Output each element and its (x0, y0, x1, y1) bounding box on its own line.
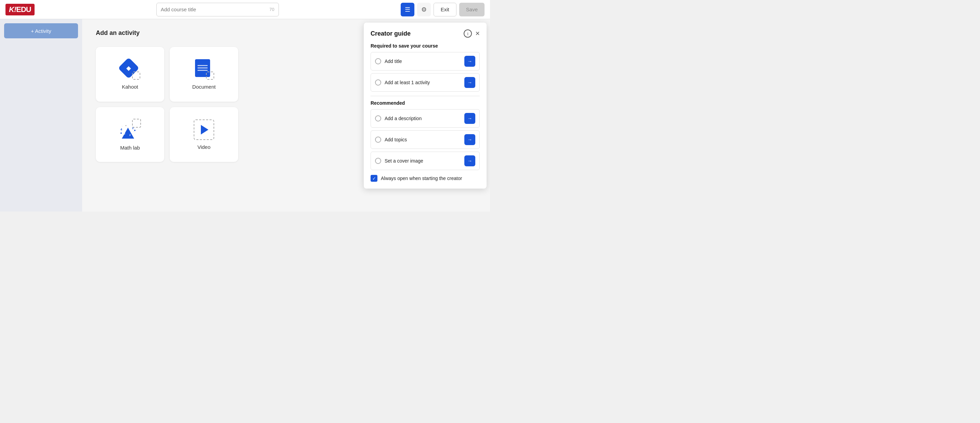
sidebar: + Activity (0, 19, 82, 212)
always-open-label: Always open when starting the creator (381, 176, 462, 181)
guide-item-cover-image[interactable]: Set a cover image → (371, 152, 480, 170)
list-view-button[interactable]: ☰ (401, 3, 414, 16)
recommended-section-title: Recommended (371, 100, 480, 106)
course-title-field[interactable]: 70 (156, 3, 279, 16)
guide-item-add-topics[interactable]: Add topics → (371, 130, 480, 149)
add-description-arrow[interactable]: → (465, 113, 475, 124)
always-open-checkbox[interactable]: ✓ (371, 175, 377, 182)
document-dashed-corner (206, 72, 214, 80)
guide-header: Creator guide i × (371, 29, 480, 38)
svg-point-8 (134, 130, 135, 131)
cover-image-radio[interactable] (375, 158, 381, 164)
add-title-arrow[interactable]: → (465, 56, 475, 67)
exit-button[interactable]: Exit (434, 3, 457, 16)
course-title-input[interactable] (161, 6, 270, 12)
logo-k: K! (9, 5, 16, 14)
video-icon (194, 119, 214, 140)
doc-line-2 (197, 67, 208, 68)
gear-icon: ⚙ (421, 6, 427, 13)
play-triangle (201, 125, 208, 135)
svg-text:·: · (122, 125, 123, 127)
guide-item-add-description[interactable]: Add a description → (371, 109, 480, 128)
header: K!EDU 70 ☰ ⚙ Exit Save (0, 0, 490, 19)
mathlab-icon: 4 2 6 2 · · (119, 119, 141, 141)
char-count: 70 (269, 7, 274, 12)
content-area: Add an activity Kahoot (82, 19, 490, 212)
add-activity-arrow[interactable]: → (465, 77, 475, 88)
video-card[interactable]: Video (170, 107, 238, 162)
add-activity-button[interactable]: + Activity (4, 23, 78, 38)
document-label: Document (192, 84, 216, 90)
main-layout: + Activity Add an activity Kahoot (0, 19, 490, 212)
kahoot-label: Kahoot (122, 84, 138, 90)
guide-item-add-title[interactable]: Add title → (371, 52, 480, 70)
list-icon: ☰ (405, 6, 410, 13)
add-title-radio[interactable] (375, 58, 381, 64)
document-icon (194, 59, 214, 80)
add-description-label: Add a description (385, 116, 461, 121)
svg-text:2: 2 (129, 134, 131, 136)
cover-image-arrow[interactable]: → (465, 155, 475, 166)
header-actions: ☰ ⚙ Exit Save (401, 3, 485, 16)
mathlab-svg: 4 2 6 2 · · (119, 123, 137, 141)
logo-edu: EDU (16, 5, 31, 14)
logo: K!EDU (5, 4, 35, 15)
add-title-label: Add title (385, 59, 461, 64)
svg-point-7 (121, 132, 122, 134)
svg-point-9 (126, 125, 127, 126)
close-icon[interactable]: × (475, 30, 480, 37)
add-activity-label: Add at least 1 activity (385, 80, 461, 85)
required-section-title: Required to save your course (371, 43, 480, 49)
settings-button[interactable]: ⚙ (417, 3, 431, 16)
info-icon[interactable]: i (464, 29, 472, 38)
info-icon-label: i (468, 31, 468, 36)
doc-line-3 (197, 70, 208, 71)
add-description-radio[interactable] (375, 115, 381, 121)
guide-header-icons: i × (464, 29, 480, 38)
add-topics-radio[interactable] (375, 137, 381, 143)
svg-text:2: 2 (132, 127, 134, 130)
document-card[interactable]: Document (170, 47, 238, 102)
kahoot-icon (120, 59, 140, 80)
always-open-row[interactable]: ✓ Always open when starting the creator (371, 175, 480, 182)
video-label: Video (197, 144, 210, 150)
add-activity-radio[interactable] (375, 80, 381, 86)
svg-text:·: · (134, 130, 134, 133)
creator-guide-panel: Creator guide i × Required to save your … (363, 22, 487, 189)
cover-image-label: Set a cover image (385, 158, 461, 164)
svg-text:4: 4 (121, 128, 122, 131)
guide-divider (371, 96, 480, 96)
checkmark-icon: ✓ (372, 176, 376, 181)
add-topics-label: Add topics (385, 137, 461, 142)
mathlab-card[interactable]: 4 2 6 2 · · Math lab (96, 107, 164, 162)
mathlab-label: Math lab (120, 145, 140, 151)
guide-title: Creator guide (371, 30, 410, 37)
svg-text:6: 6 (124, 132, 125, 135)
guide-item-add-activity[interactable]: Add at least 1 activity → (371, 73, 480, 92)
kahoot-card[interactable]: Kahoot (96, 47, 164, 102)
save-button[interactable]: Save (459, 3, 485, 16)
doc-line-1 (197, 65, 208, 66)
add-topics-arrow[interactable]: → (465, 134, 475, 145)
kahoot-dashed-corner (132, 72, 140, 80)
